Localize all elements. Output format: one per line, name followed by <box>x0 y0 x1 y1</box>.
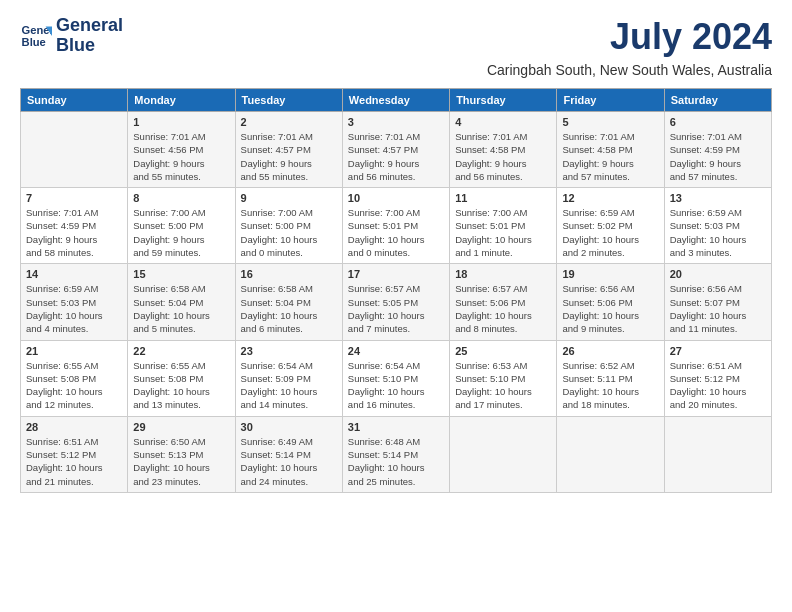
day-info: Sunrise: 6:58 AMSunset: 5:04 PMDaylight:… <box>241 282 337 335</box>
week-row-4: 21Sunrise: 6:55 AMSunset: 5:08 PMDayligh… <box>21 340 772 416</box>
day-number: 26 <box>562 345 658 357</box>
day-cell <box>450 416 557 492</box>
logo: General Blue General Blue <box>20 16 123 56</box>
day-cell: 29Sunrise: 6:50 AMSunset: 5:13 PMDayligh… <box>128 416 235 492</box>
location-title: Caringbah South, New South Wales, Austra… <box>20 62 772 78</box>
day-number: 4 <box>455 116 551 128</box>
day-cell: 5Sunrise: 7:01 AMSunset: 4:58 PMDaylight… <box>557 112 664 188</box>
day-info: Sunrise: 6:59 AMSunset: 5:03 PMDaylight:… <box>26 282 122 335</box>
day-cell: 27Sunrise: 6:51 AMSunset: 5:12 PMDayligh… <box>664 340 771 416</box>
day-info: Sunrise: 7:00 AMSunset: 5:01 PMDaylight:… <box>348 206 444 259</box>
day-number: 24 <box>348 345 444 357</box>
day-info: Sunrise: 7:01 AMSunset: 4:59 PMDaylight:… <box>670 130 766 183</box>
day-cell: 25Sunrise: 6:53 AMSunset: 5:10 PMDayligh… <box>450 340 557 416</box>
svg-text:General: General <box>22 24 52 36</box>
day-cell: 2Sunrise: 7:01 AMSunset: 4:57 PMDaylight… <box>235 112 342 188</box>
day-number: 21 <box>26 345 122 357</box>
day-info: Sunrise: 6:54 AMSunset: 5:09 PMDaylight:… <box>241 359 337 412</box>
day-cell: 9Sunrise: 7:00 AMSunset: 5:00 PMDaylight… <box>235 188 342 264</box>
day-number: 29 <box>133 421 229 433</box>
day-cell: 28Sunrise: 6:51 AMSunset: 5:12 PMDayligh… <box>21 416 128 492</box>
day-number: 1 <box>133 116 229 128</box>
day-info: Sunrise: 6:48 AMSunset: 5:14 PMDaylight:… <box>348 435 444 488</box>
day-info: Sunrise: 7:01 AMSunset: 4:57 PMDaylight:… <box>348 130 444 183</box>
header-cell-monday: Monday <box>128 89 235 112</box>
day-cell: 1Sunrise: 7:01 AMSunset: 4:56 PMDaylight… <box>128 112 235 188</box>
day-cell <box>557 416 664 492</box>
day-cell <box>21 112 128 188</box>
day-info: Sunrise: 6:51 AMSunset: 5:12 PMDaylight:… <box>670 359 766 412</box>
day-number: 16 <box>241 268 337 280</box>
logo-line2: Blue <box>56 36 123 56</box>
day-cell: 4Sunrise: 7:01 AMSunset: 4:58 PMDaylight… <box>450 112 557 188</box>
day-info: Sunrise: 7:00 AMSunset: 5:00 PMDaylight:… <box>133 206 229 259</box>
day-info: Sunrise: 6:52 AMSunset: 5:11 PMDaylight:… <box>562 359 658 412</box>
day-info: Sunrise: 7:00 AMSunset: 5:00 PMDaylight:… <box>241 206 337 259</box>
week-row-5: 28Sunrise: 6:51 AMSunset: 5:12 PMDayligh… <box>21 416 772 492</box>
day-info: Sunrise: 7:01 AMSunset: 4:59 PMDaylight:… <box>26 206 122 259</box>
calendar-table: SundayMondayTuesdayWednesdayThursdayFrid… <box>20 88 772 493</box>
day-number: 28 <box>26 421 122 433</box>
day-number: 20 <box>670 268 766 280</box>
header-cell-sunday: Sunday <box>21 89 128 112</box>
day-number: 22 <box>133 345 229 357</box>
day-info: Sunrise: 6:57 AMSunset: 5:06 PMDaylight:… <box>455 282 551 335</box>
day-number: 23 <box>241 345 337 357</box>
day-cell: 16Sunrise: 6:58 AMSunset: 5:04 PMDayligh… <box>235 264 342 340</box>
day-number: 10 <box>348 192 444 204</box>
day-number: 31 <box>348 421 444 433</box>
month-title: July 2024 <box>610 16 772 58</box>
day-number: 2 <box>241 116 337 128</box>
day-info: Sunrise: 7:01 AMSunset: 4:57 PMDaylight:… <box>241 130 337 183</box>
day-info: Sunrise: 6:53 AMSunset: 5:10 PMDaylight:… <box>455 359 551 412</box>
day-info: Sunrise: 7:00 AMSunset: 5:01 PMDaylight:… <box>455 206 551 259</box>
day-cell: 23Sunrise: 6:54 AMSunset: 5:09 PMDayligh… <box>235 340 342 416</box>
day-cell <box>664 416 771 492</box>
day-info: Sunrise: 6:51 AMSunset: 5:12 PMDaylight:… <box>26 435 122 488</box>
day-number: 5 <box>562 116 658 128</box>
day-cell: 8Sunrise: 7:00 AMSunset: 5:00 PMDaylight… <box>128 188 235 264</box>
day-cell: 15Sunrise: 6:58 AMSunset: 5:04 PMDayligh… <box>128 264 235 340</box>
day-number: 19 <box>562 268 658 280</box>
day-cell: 11Sunrise: 7:00 AMSunset: 5:01 PMDayligh… <box>450 188 557 264</box>
header-cell-wednesday: Wednesday <box>342 89 449 112</box>
day-cell: 21Sunrise: 6:55 AMSunset: 5:08 PMDayligh… <box>21 340 128 416</box>
day-info: Sunrise: 6:56 AMSunset: 5:06 PMDaylight:… <box>562 282 658 335</box>
day-number: 25 <box>455 345 551 357</box>
day-info: Sunrise: 6:54 AMSunset: 5:10 PMDaylight:… <box>348 359 444 412</box>
day-cell: 18Sunrise: 6:57 AMSunset: 5:06 PMDayligh… <box>450 264 557 340</box>
day-info: Sunrise: 6:55 AMSunset: 5:08 PMDaylight:… <box>133 359 229 412</box>
day-cell: 20Sunrise: 6:56 AMSunset: 5:07 PMDayligh… <box>664 264 771 340</box>
day-info: Sunrise: 7:01 AMSunset: 4:58 PMDaylight:… <box>455 130 551 183</box>
day-info: Sunrise: 6:55 AMSunset: 5:08 PMDaylight:… <box>26 359 122 412</box>
day-number: 7 <box>26 192 122 204</box>
week-row-2: 7Sunrise: 7:01 AMSunset: 4:59 PMDaylight… <box>21 188 772 264</box>
day-number: 9 <box>241 192 337 204</box>
header-cell-saturday: Saturday <box>664 89 771 112</box>
day-number: 8 <box>133 192 229 204</box>
calendar-body: 1Sunrise: 7:01 AMSunset: 4:56 PMDaylight… <box>21 112 772 493</box>
day-cell: 24Sunrise: 6:54 AMSunset: 5:10 PMDayligh… <box>342 340 449 416</box>
day-cell: 6Sunrise: 7:01 AMSunset: 4:59 PMDaylight… <box>664 112 771 188</box>
day-cell: 3Sunrise: 7:01 AMSunset: 4:57 PMDaylight… <box>342 112 449 188</box>
day-number: 13 <box>670 192 766 204</box>
day-cell: 12Sunrise: 6:59 AMSunset: 5:02 PMDayligh… <box>557 188 664 264</box>
day-info: Sunrise: 6:49 AMSunset: 5:14 PMDaylight:… <box>241 435 337 488</box>
day-cell: 31Sunrise: 6:48 AMSunset: 5:14 PMDayligh… <box>342 416 449 492</box>
day-info: Sunrise: 6:58 AMSunset: 5:04 PMDaylight:… <box>133 282 229 335</box>
day-info: Sunrise: 6:59 AMSunset: 5:02 PMDaylight:… <box>562 206 658 259</box>
week-row-3: 14Sunrise: 6:59 AMSunset: 5:03 PMDayligh… <box>21 264 772 340</box>
header-cell-tuesday: Tuesday <box>235 89 342 112</box>
day-info: Sunrise: 6:50 AMSunset: 5:13 PMDaylight:… <box>133 435 229 488</box>
header-cell-friday: Friday <box>557 89 664 112</box>
day-number: 18 <box>455 268 551 280</box>
day-info: Sunrise: 6:57 AMSunset: 5:05 PMDaylight:… <box>348 282 444 335</box>
day-info: Sunrise: 7:01 AMSunset: 4:56 PMDaylight:… <box>133 130 229 183</box>
day-cell: 13Sunrise: 6:59 AMSunset: 5:03 PMDayligh… <box>664 188 771 264</box>
day-number: 17 <box>348 268 444 280</box>
day-number: 12 <box>562 192 658 204</box>
day-cell: 14Sunrise: 6:59 AMSunset: 5:03 PMDayligh… <box>21 264 128 340</box>
day-number: 14 <box>26 268 122 280</box>
svg-text:Blue: Blue <box>22 35 46 47</box>
header-cell-thursday: Thursday <box>450 89 557 112</box>
